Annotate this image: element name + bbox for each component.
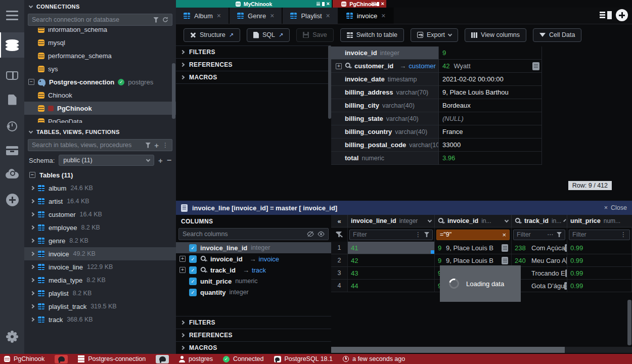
field-label-cell[interactable]: + billing_city varchar(40) → xyxy=(331,99,439,112)
referenced-table-link[interactable]: customer xyxy=(409,62,435,70)
field-label-cell[interactable]: + invoice_id integer → xyxy=(331,47,439,60)
chevron-right-icon[interactable] xyxy=(30,239,34,243)
filter-icon[interactable] xyxy=(424,232,429,237)
field-label-cell[interactable]: + total numeric → xyxy=(331,152,439,165)
column-checkbox[interactable]: ✓ xyxy=(189,244,197,252)
cell-invoice-line-id[interactable]: 41 xyxy=(348,242,435,254)
column-item[interactable]: + ✓ invoice_line_id integer → xyxy=(176,242,331,253)
filter-icon[interactable] xyxy=(153,17,159,23)
add-icon[interactable]: + xyxy=(154,142,159,149)
filter-input-invoice-line-id[interactable]: ⋮ xyxy=(349,230,433,240)
expand-icon[interactable]: + xyxy=(179,267,186,273)
cell-invoice-id[interactable]: 9 9, Place Louis B xyxy=(435,242,512,254)
row-number[interactable]: 4 xyxy=(331,280,348,292)
column-item[interactable]: + ✓ quantity integer → xyxy=(176,287,331,298)
accordion-section[interactable]: MACROS xyxy=(176,71,331,83)
field-value-cell[interactable]: 9, Place Louis Barthou xyxy=(439,86,542,99)
columns-header[interactable]: COLUMNS xyxy=(176,215,331,228)
cell-invoice-line-id[interactable]: 44 xyxy=(348,280,435,292)
chevron-right-icon[interactable] xyxy=(30,317,34,322)
column-checkbox[interactable]: ✓ xyxy=(189,255,197,263)
chevron-right-icon[interactable] xyxy=(30,291,34,295)
panel-toggle-icon[interactable] xyxy=(600,11,612,20)
field-value-cell[interactable]: Bordeaux xyxy=(439,99,542,112)
close-icon[interactable]: × xyxy=(326,12,330,19)
structure-button[interactable]: Structure↗ xyxy=(184,28,240,42)
row-number[interactable]: 2 xyxy=(331,254,348,266)
filter-menu-icon[interactable]: ⋮ xyxy=(620,232,626,238)
remove-schema-icon[interactable]: − xyxy=(167,156,171,164)
accordion-section[interactable]: REFERENCES xyxy=(176,58,331,71)
view-columns-button[interactable]: View columns xyxy=(465,28,526,42)
connection-search-input[interactable] xyxy=(32,16,150,23)
field-label-cell[interactable]: + billing_state varchar(40) → xyxy=(331,112,439,125)
filter-icon[interactable] xyxy=(145,143,151,148)
tab-genre[interactable]: Genre × xyxy=(230,8,283,24)
show-all-eye-icon[interactable] xyxy=(318,231,325,237)
menu-icon[interactable] xyxy=(0,5,24,25)
close-icon[interactable]: × xyxy=(327,1,330,7)
cell-invoice-id[interactable]: 9 9, Place Louis B xyxy=(435,254,512,266)
archive-icon[interactable] xyxy=(0,141,24,161)
grid-header-unit-price[interactable]: unit_pricenum... xyxy=(567,215,632,228)
tab-invoice[interactable]: invoice × xyxy=(339,8,394,24)
column-item[interactable]: + ✓ invoice_id → invoice xyxy=(176,253,331,264)
tab-album[interactable]: Album × xyxy=(176,8,230,24)
chevron-right-icon[interactable] xyxy=(30,278,34,282)
export-button[interactable]: Export xyxy=(411,28,458,42)
accordion-section[interactable]: MACROS xyxy=(176,341,331,354)
chevron-right-icon[interactable] xyxy=(30,212,34,216)
status-database[interactable]: PgChinook xyxy=(4,355,44,362)
field-value-cell[interactable]: 9 xyxy=(439,47,542,60)
connection-item[interactable]: − sys ✓ xyxy=(24,62,176,75)
filter-input[interactable] xyxy=(517,231,544,238)
refresh-icon[interactable] xyxy=(162,17,168,23)
field-value-cell[interactable]: 33000 xyxy=(439,139,542,152)
accordion-section[interactable]: FILTERS xyxy=(176,46,331,58)
chevron-right-icon[interactable] xyxy=(30,186,34,190)
file-icon[interactable] xyxy=(0,89,24,110)
switch-to-table-button[interactable]: Switch to table xyxy=(340,28,404,42)
close-icon[interactable]: × xyxy=(381,1,384,7)
table-item[interactable]: invoice 49.2 KB xyxy=(24,247,176,260)
cell-track-id[interactable]: 238 Com Açúca xyxy=(512,242,567,254)
collapse-expander-icon[interactable]: − xyxy=(29,172,35,178)
chevron-right-icon[interactable] xyxy=(30,199,34,203)
grid-header-track-id[interactable]: track_idin... xyxy=(512,215,567,228)
history-icon[interactable] xyxy=(0,116,24,136)
filter-menu-icon[interactable]: ⋮ xyxy=(415,232,421,238)
chevron-down-icon[interactable] xyxy=(428,218,432,222)
expand-icon[interactable]: + xyxy=(336,63,342,69)
field-label-cell[interactable]: + billing_address varchar(70) → xyxy=(331,86,439,99)
field-label-cell[interactable]: + billing_country varchar(40) → xyxy=(331,125,439,139)
cell-data-doc-icon[interactable] xyxy=(532,62,539,70)
chevron-down-icon[interactable] xyxy=(505,218,509,222)
clear-filters-button[interactable] xyxy=(331,228,348,242)
field-label-cell[interactable]: + billing_postal_code varchar(10) → xyxy=(331,139,439,152)
field-label-cell[interactable]: + invoice_date timestamp → xyxy=(331,73,439,86)
connection-item[interactable]: − information_schema ✓ xyxy=(24,28,176,36)
grid-header-invoice-id[interactable]: invoice_idin... xyxy=(435,215,512,228)
table-search[interactable]: + ⋮ xyxy=(28,139,172,151)
connection-search[interactable] xyxy=(28,14,172,26)
add-icon[interactable] xyxy=(0,190,24,210)
field-value-cell[interactable]: (NULL) xyxy=(439,112,542,125)
chevron-right-icon[interactable] xyxy=(30,304,34,308)
scrollbar-thumb[interactable] xyxy=(331,347,565,353)
connection-item[interactable]: − PgChinook ✓ xyxy=(24,102,176,115)
connection-item[interactable]: − performance_schema ✓ xyxy=(24,49,176,62)
row-number[interactable]: 1 xyxy=(331,242,348,254)
column-item[interactable]: + ✓ track_id → track xyxy=(176,264,331,276)
field-value-cell[interactable]: 42 Wyatt xyxy=(439,60,542,73)
chevron-right-icon[interactable] xyxy=(30,265,34,269)
group-split-icon[interactable] xyxy=(322,2,325,6)
scrollbar-thumb[interactable] xyxy=(172,63,175,119)
collapse-columns-button[interactable]: « xyxy=(331,215,348,228)
column-checkbox[interactable]: ✓ xyxy=(189,278,197,285)
tab-playlist[interactable]: Playlist × xyxy=(283,8,338,24)
connections-header[interactable]: CONNECTIONS xyxy=(24,0,176,13)
chevron-right-icon[interactable] xyxy=(30,252,34,256)
cell-data-doc-icon[interactable] xyxy=(502,244,508,252)
accordion-section[interactable]: REFERENCES xyxy=(176,329,331,341)
chevron-down-icon[interactable] xyxy=(563,219,566,222)
